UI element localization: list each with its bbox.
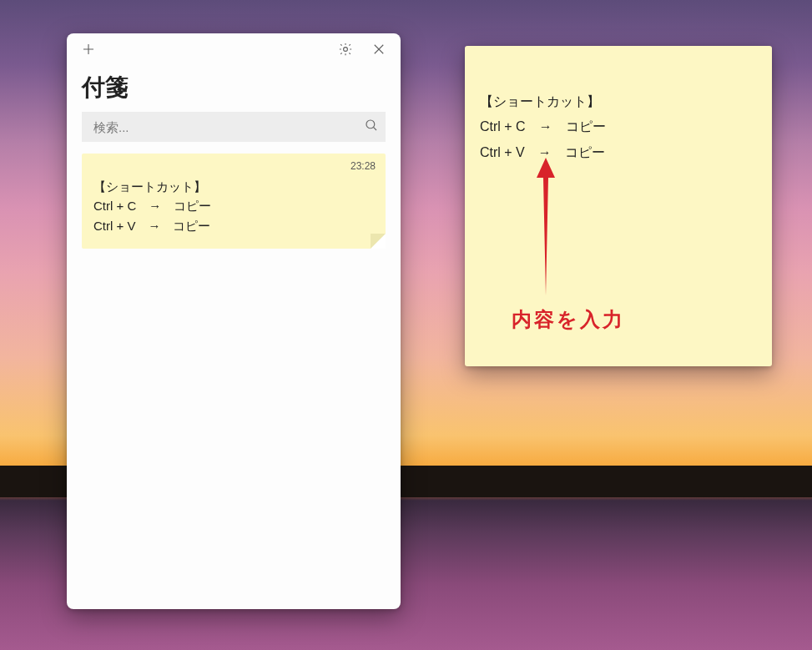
search-field-wrap bbox=[82, 112, 386, 142]
note-preview-text: 【ショートカット】 Ctrl + C → コピー Ctrl + V → コピー bbox=[93, 162, 374, 235]
close-button[interactable] bbox=[362, 33, 396, 67]
gear-icon bbox=[338, 42, 353, 59]
note-timestamp: 23:28 bbox=[351, 160, 376, 172]
app-title: 付箋 bbox=[67, 67, 401, 112]
plus-icon bbox=[81, 42, 96, 59]
note-card[interactable]: 23:28 【ショートカット】 Ctrl + C → コピー Ctrl + V … bbox=[82, 154, 386, 249]
sticky-note-window[interactable]: 【ショートカット】 Ctrl + C → コピー Ctrl + V → コピー bbox=[465, 46, 772, 366]
close-icon bbox=[371, 42, 386, 59]
sticky-notes-list-window: 付箋 23:28 【ショートカット】 Ctrl + C → コピー Ctrl +… bbox=[67, 33, 401, 609]
sticky-note-text[interactable]: 【ショートカット】 Ctrl + C → コピー Ctrl + V → コピー bbox=[480, 89, 757, 165]
notes-list: 23:28 【ショートカット】 Ctrl + C → コピー Ctrl + V … bbox=[67, 154, 401, 609]
settings-button[interactable] bbox=[329, 33, 362, 67]
new-note-button[interactable] bbox=[72, 33, 105, 67]
titlebar bbox=[67, 33, 401, 67]
svg-point-2 bbox=[344, 47, 348, 51]
search-input[interactable] bbox=[82, 112, 386, 142]
